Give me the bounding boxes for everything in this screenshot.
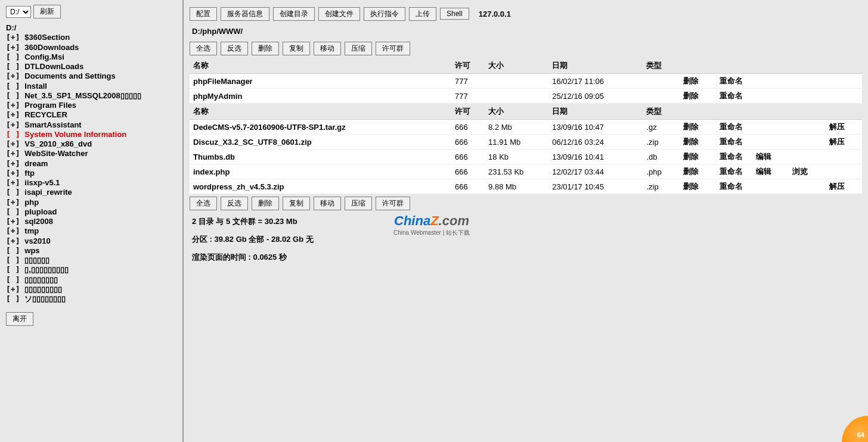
tree-item[interactable]: [+] tmp xyxy=(6,226,176,236)
row-delete[interactable]: 删除 xyxy=(680,120,716,135)
toolbar-button[interactable]: 服务器信息 xyxy=(221,7,269,21)
file-name[interactable]: index.php xyxy=(190,164,451,179)
move-button[interactable]: 移动 xyxy=(314,42,341,55)
header-name[interactable]: 名称 xyxy=(190,58,451,74)
row-extract[interactable] xyxy=(826,164,862,179)
dir-row[interactable]: phpMyAdmin77725/12/16 09:05删除重命名 xyxy=(190,89,862,104)
row-rename[interactable]: 重命名 xyxy=(716,135,752,150)
row-rename[interactable]: 重命名 xyxy=(716,179,752,194)
breadcrumb[interactable]: D:/php/WWW/ xyxy=(190,23,862,39)
row-rename[interactable]: 重命名 xyxy=(716,150,752,164)
tree-item[interactable]: [+] iisxp-v5.1 xyxy=(6,178,176,188)
tree-item[interactable]: [ ] ▯▯▯▯▯▯▯▯ xyxy=(6,275,176,285)
file-row[interactable]: index.php666231.53 Kb12/02/17 03:44.php删… xyxy=(190,164,862,179)
header2-date[interactable]: 日期 xyxy=(548,104,643,120)
file-name[interactable]: Thumbs.db xyxy=(190,150,451,164)
tree-item[interactable]: [ ] Config.Msi xyxy=(6,52,176,62)
row-delete[interactable]: 删除 xyxy=(680,74,716,89)
file-row[interactable]: Discuz_X3.2_SC_UTF8_0601.zip66611.91 Mb0… xyxy=(190,135,862,150)
dir-name[interactable]: phpFileManager xyxy=(190,74,451,89)
row-rename[interactable]: 重命名 xyxy=(716,120,752,135)
toolbar-button[interactable]: 创建目录 xyxy=(273,7,315,21)
row-extract[interactable]: 解压 xyxy=(826,135,862,150)
row-delete[interactable]: 删除 xyxy=(680,164,716,179)
tree-item[interactable]: [+] ftp xyxy=(6,169,176,178)
row-rename[interactable]: 重命名 xyxy=(716,74,752,89)
row-edit[interactable] xyxy=(752,179,789,194)
tree-item[interactable]: [ ] plupload xyxy=(6,207,176,217)
tree-item[interactable]: [ ] wps xyxy=(6,246,176,256)
dir-name[interactable]: phpMyAdmin xyxy=(190,89,451,104)
row-delete[interactable]: 删除 xyxy=(680,179,716,194)
row-delete[interactable]: 删除 xyxy=(680,89,716,104)
tree-item[interactable]: [+] $360Section xyxy=(6,33,176,42)
delete-button[interactable]: 删除 xyxy=(252,42,279,55)
drive-select[interactable]: D:/ xyxy=(6,6,31,18)
tree-item[interactable]: [+] vs2010 xyxy=(6,236,176,246)
tree-root[interactable]: D:/ xyxy=(6,23,176,33)
tree-item[interactable]: [ ] System Volume Information xyxy=(6,130,176,139)
row-delete[interactable]: 删除 xyxy=(680,135,716,150)
row-rename[interactable]: 重命名 xyxy=(716,164,752,179)
header2-type[interactable]: 类型 xyxy=(643,104,679,120)
header-perm[interactable]: 许可 xyxy=(451,58,485,74)
header2-name[interactable]: 名称 xyxy=(190,104,451,120)
select-all-button[interactable]: 全选 xyxy=(190,42,217,55)
refresh-button[interactable]: 刷新 xyxy=(33,5,61,18)
toolbar-button[interactable]: 上传 xyxy=(409,7,436,21)
file-name[interactable]: DedeCMS-v5.7-20160906-UTF8-SP1.tar.gz xyxy=(190,120,451,135)
row-extract[interactable]: 解压 xyxy=(826,120,862,135)
invert-select-button[interactable]: 反选 xyxy=(221,42,248,55)
invert-select-button-2[interactable]: 反选 xyxy=(221,197,248,210)
row-view[interactable] xyxy=(789,120,825,135)
header-size[interactable]: 大小 xyxy=(485,58,548,74)
tree-item[interactable]: [+] ▯▯▯▯▯▯▯▯▯ xyxy=(6,285,176,294)
tree-item[interactable]: [ ] Install xyxy=(6,82,176,91)
row-extract[interactable] xyxy=(826,150,862,164)
row-view[interactable] xyxy=(789,179,825,194)
row-edit[interactable] xyxy=(752,135,789,150)
permgroup-button-2[interactable]: 许可群 xyxy=(376,197,410,210)
tree-item[interactable]: [ ] ▯▯▯▯▯▯ xyxy=(6,256,176,265)
file-name[interactable]: wordpress_zh_v4.5.3.zip xyxy=(190,179,451,194)
copy-button[interactable]: 复制 xyxy=(283,42,310,55)
header2-perm[interactable]: 许可 xyxy=(451,104,485,120)
tree-item[interactable]: [+] php xyxy=(6,198,176,207)
copy-button-2[interactable]: 复制 xyxy=(283,197,310,210)
header-date[interactable]: 日期 xyxy=(548,58,643,74)
delete-button-2[interactable]: 删除 xyxy=(252,197,279,210)
header-type[interactable]: 类型 xyxy=(643,58,679,74)
permgroup-button[interactable]: 许可群 xyxy=(376,42,410,55)
move-button-2[interactable]: 移动 xyxy=(314,197,341,210)
toolbar-button[interactable]: 执行指令 xyxy=(364,7,405,21)
row-view[interactable] xyxy=(789,135,825,150)
file-name[interactable]: Discuz_X3.2_SC_UTF8_0601.zip xyxy=(190,135,451,150)
row-view[interactable] xyxy=(789,150,825,164)
tree-item[interactable]: [+] RECYCLER xyxy=(6,110,176,120)
tree-item[interactable]: [ ] ▯,▯▯▯▯▯▯▯▯▯ xyxy=(6,265,176,275)
compress-button-2[interactable]: 压缩 xyxy=(345,197,372,210)
tree-item[interactable]: [+] dream xyxy=(6,159,176,169)
row-edit[interactable] xyxy=(752,120,789,135)
tree-item[interactable]: [+] VS_2010_x86_dvd xyxy=(6,139,176,149)
row-delete[interactable]: 删除 xyxy=(680,150,716,164)
tree-item[interactable]: [+] Documents and Settings xyxy=(6,71,176,81)
tree-item[interactable]: [ ] ソ▯▯▯▯▯▯▯▯ xyxy=(6,294,176,304)
row-view[interactable]: 浏览 xyxy=(789,164,825,179)
tree-item[interactable]: [+] SmartAssistant xyxy=(6,120,176,130)
tree-item[interactable]: [+] sql2008 xyxy=(6,217,176,226)
compress-button[interactable]: 压缩 xyxy=(345,42,372,55)
tree-item[interactable]: [ ] isapi_rewrite xyxy=(6,188,176,197)
row-edit[interactable]: 编辑 xyxy=(752,164,789,179)
depart-button[interactable]: 离开 xyxy=(6,312,33,326)
select-all-button-2[interactable]: 全选 xyxy=(190,197,217,210)
toolbar-button[interactable]: 配置 xyxy=(190,7,217,21)
toolbar-button[interactable]: Shell xyxy=(440,8,469,20)
toolbar-button[interactable]: 创建文件 xyxy=(318,7,360,21)
row-rename[interactable]: 重命名 xyxy=(716,89,752,104)
header2-size[interactable]: 大小 xyxy=(485,104,548,120)
tree-item[interactable]: [ ] Net_3.5_SP1_MSSQL2008▯▯▯▯▯ xyxy=(6,91,176,101)
tree-item[interactable]: [+] 360Downloads xyxy=(6,43,176,52)
dir-row[interactable]: phpFileManager77716/02/17 11:06删除重命名 xyxy=(190,74,862,89)
tree-item[interactable]: [+] Program Files xyxy=(6,101,176,110)
